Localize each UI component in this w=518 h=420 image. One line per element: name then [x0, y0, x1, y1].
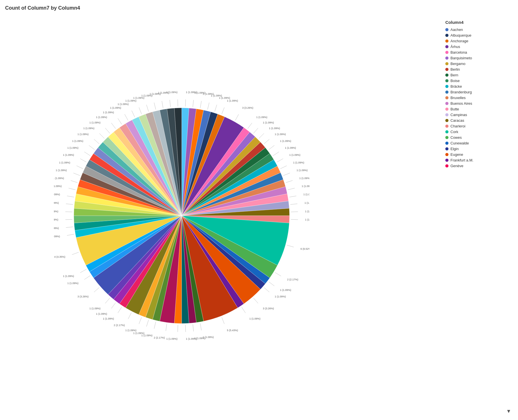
legend-color-dot: [445, 79, 448, 82]
legend-item-label: Albuquerque: [450, 33, 471, 37]
svg-text:1 (1.09%): 1 (1.09%): [54, 193, 60, 196]
legend-item: Bräcke: [445, 84, 511, 89]
svg-line-20: [264, 139, 269, 144]
svg-line-76: [118, 307, 122, 313]
legend-item: Cowes: [445, 135, 511, 140]
legend-item-label: Brandenburg: [450, 90, 472, 94]
svg-line-46: [275, 272, 281, 276]
svg-text:1 (1.09%): 1 (1.09%): [256, 116, 267, 119]
legend-item-label: Bern: [450, 73, 458, 77]
legend-color-dot: [445, 147, 448, 150]
legend-item: Anchorage: [445, 39, 511, 43]
legend-color-dot: [445, 164, 448, 167]
legend-item-label: Anchorage: [450, 39, 468, 43]
svg-line-12: [235, 114, 239, 121]
svg-text:1 (1.09%): 1 (1.09%): [275, 295, 286, 298]
legend-color-dot: [445, 62, 448, 65]
legend-item: Barcelona: [445, 50, 511, 54]
legend-item-label: Bräcke: [450, 84, 462, 89]
svg-line-124: [118, 118, 122, 124]
legend-item-label: Barquisimeto: [450, 56, 472, 60]
svg-line-92: [66, 227, 73, 228]
legend-item: Bergamo: [445, 62, 511, 66]
svg-line-64: [178, 325, 178, 332]
svg-text:2 (2.17%): 2 (2.17%): [114, 324, 125, 327]
legend-color-dot: [445, 91, 448, 94]
svg-text:1 (1.09%): 1 (1.09%): [54, 227, 59, 230]
svg-line-128: [132, 111, 135, 117]
svg-line-6: [207, 103, 209, 110]
legend-item-label: Genève: [450, 164, 464, 168]
legend-item-label: Campinas: [450, 113, 467, 117]
svg-text:1 (1.09%): 1 (1.09%): [67, 282, 78, 285]
svg-text:1 (1.09%): 1 (1.09%): [96, 312, 107, 315]
svg-line-74: [128, 313, 131, 319]
svg-text:3 (3.26%): 3 (3.26%): [263, 307, 274, 310]
svg-line-28: [280, 166, 287, 169]
svg-line-110: [80, 159, 87, 162]
legend-item-label: Aachen: [450, 28, 463, 32]
svg-text:1 (1.09%): 1 (1.09%): [103, 111, 114, 114]
svg-line-78: [111, 303, 116, 308]
svg-text:1 (1.09%): 1 (1.09%): [89, 121, 100, 124]
svg-text:1 (1.09%): 1 (1.09%): [63, 154, 74, 156]
scroll-down-icon[interactable]: ▼: [506, 408, 511, 414]
svg-text:1 (1.09%): 1 (1.09%): [54, 218, 58, 221]
legend-color-dot: [445, 96, 448, 99]
svg-line-88: [72, 252, 79, 255]
svg-line-100: [67, 196, 74, 197]
svg-line-44: [287, 245, 294, 247]
svg-line-114: [89, 145, 95, 150]
svg-text:1 (1.09%): 1 (1.09%): [305, 201, 309, 204]
svg-line-14: [248, 123, 252, 129]
svg-text:1 (1.09%): 1 (1.09%): [59, 161, 70, 164]
svg-text:1 (1.09%): 1 (1.09%): [110, 106, 121, 109]
svg-text:1 (1.09%): 1 (1.09%): [280, 140, 291, 142]
svg-line-62: [185, 325, 186, 332]
svg-line-96: [65, 212, 72, 212]
svg-line-118: [99, 133, 104, 138]
svg-line-18: [259, 133, 264, 138]
svg-text:1 (1.09%): 1 (1.09%): [280, 289, 291, 291]
legend-color-dot: [445, 34, 448, 37]
svg-text:1 (1.09%): 1 (1.09%): [219, 96, 230, 99]
svg-line-40: [291, 212, 298, 212]
svg-text:1 (1.09%): 1 (1.09%): [305, 218, 309, 221]
svg-text:1 (1.09%): 1 (1.09%): [269, 127, 280, 130]
svg-line-54: [242, 307, 246, 313]
legend-color-dot: [445, 102, 448, 105]
svg-text:1 (1.09%): 1 (1.09%): [125, 99, 136, 102]
svg-line-2: [193, 100, 194, 107]
svg-line-16: [253, 128, 258, 133]
legend-title: Column4: [445, 20, 511, 25]
svg-line-80: [105, 298, 110, 303]
svg-line-138: [170, 100, 171, 107]
legend-item-label: Berlin: [450, 67, 460, 72]
svg-line-90: [67, 234, 74, 235]
svg-line-102: [69, 188, 76, 190]
svg-text:1 (1.09%): 1 (1.09%): [83, 127, 94, 130]
legend-item-label: Cunewalde: [450, 141, 469, 145]
svg-line-82: [94, 287, 99, 292]
legend-item: Cork: [445, 130, 511, 134]
svg-text:1 (1.09%): 1 (1.09%): [285, 146, 296, 149]
legend-item: Campinas: [445, 113, 511, 117]
svg-line-68: [154, 322, 156, 329]
legend-item-label: Charleroi: [450, 124, 465, 128]
svg-text:1 (1.09%): 1 (1.09%): [89, 307, 100, 310]
pie-chart: 1 (1.09%)1 (1.09%)1 (1.09%)1 (1.09%)1 (1…: [54, 88, 309, 343]
legend-item: Aachen: [445, 28, 511, 32]
svg-text:1 (1.09%): 1 (1.09%): [302, 185, 309, 188]
svg-text:1 (1.09%): 1 (1.09%): [227, 99, 238, 102]
chart-area: 1 (1.09%)1 (1.09%)1 (1.09%)1 (1.09%)1 (1…: [0, 17, 363, 414]
legend-item-label: Eugene: [450, 152, 463, 157]
svg-line-86: [80, 269, 87, 273]
legend-color-dot: [445, 28, 448, 31]
svg-line-120: [105, 128, 110, 133]
legend-item: Butte: [445, 107, 511, 111]
svg-text:6 (6.52%): 6 (6.52%): [301, 247, 309, 250]
legend-item-label: Barcelona: [450, 50, 467, 54]
svg-text:1 (1.09%): 1 (1.09%): [275, 133, 286, 136]
legend-item: Elgin: [445, 147, 511, 151]
svg-text:1 (1.09%): 1 (1.09%): [249, 317, 261, 320]
